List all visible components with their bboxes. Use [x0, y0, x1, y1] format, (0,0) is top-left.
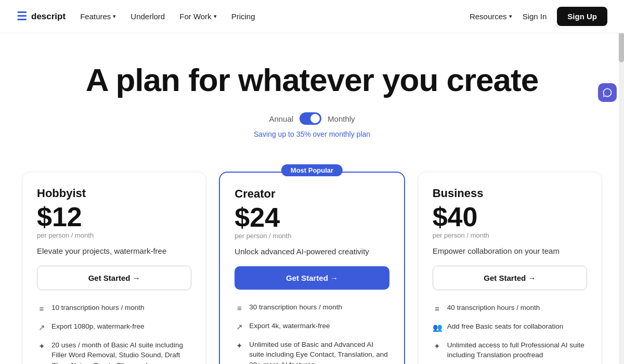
business-card: Business $40 per person / month Empower …: [418, 172, 602, 364]
nav-pricing[interactable]: Pricing: [231, 12, 255, 21]
ai-icon: ✦: [235, 340, 244, 352]
billing-toggle: Annual Monthly: [10, 112, 614, 125]
hobbyist-features: ≡ 10 transcription hours / month ↗ Expor…: [37, 303, 191, 364]
creator-tagline: Unlock advanced AI-powered creativity: [235, 247, 389, 256]
nav-right: Resources ▾ Sign In Sign Up: [470, 7, 607, 26]
billing-toggle-switch[interactable]: [300, 112, 321, 125]
chevron-down-icon: ▾: [509, 13, 512, 20]
logo-icon: ☰: [17, 10, 27, 23]
export-icon: ↗: [235, 321, 244, 333]
nav-left: ☰ descript Features ▾ Underlord For Work…: [17, 10, 255, 23]
hobbyist-tagline: Elevate your projects, watermark-free: [37, 246, 191, 255]
hobbyist-period: per person / month: [37, 231, 191, 239]
list-item: ↗ Export 4k, watermark-free: [235, 321, 389, 333]
hobbyist-name: Hobbyist: [37, 187, 191, 200]
pricing-cards: Hobbyist $12 per person / month Elevate …: [5, 172, 619, 364]
list-item: ≡ 10 transcription hours / month: [37, 303, 191, 315]
creator-period: per person / month: [235, 232, 389, 240]
collab-icon: 👥: [433, 322, 442, 333]
most-popular-badge: Most Popular: [281, 164, 343, 176]
creator-features: ≡ 30 transcription hours / month ↗ Expor…: [235, 302, 389, 364]
savings-text: Saving up to 35% over monthly plan: [10, 130, 614, 138]
scrollbar[interactable]: [619, 0, 624, 364]
transcription-icon: ≡: [433, 303, 442, 315]
list-item: ✦ Unlimited access to full Professional …: [433, 340, 587, 360]
chevron-down-icon: ▾: [214, 13, 217, 20]
business-features: ≡ 40 transcription hours / month 👥 Add f…: [433, 303, 587, 364]
list-item: ✦ Unlimited use of Basic and Advanced AI…: [235, 340, 389, 364]
list-item: ✦ 20 uses / month of Basic AI suite incl…: [37, 340, 191, 364]
creator-card: Most Popular Creator $24 per person / mo…: [219, 172, 405, 364]
nav-underlord[interactable]: Underlord: [131, 12, 165, 21]
chat-icon: [602, 87, 613, 98]
list-item: 👥 Add free Basic seats for collaboration: [433, 321, 587, 333]
hero-title: A plan for whatever you create: [10, 62, 614, 98]
annual-label: Annual: [269, 114, 293, 123]
hero-section: A plan for whatever you create Annual Mo…: [0, 33, 624, 172]
logo[interactable]: ☰ descript: [17, 10, 66, 23]
creator-price: $24: [235, 204, 389, 231]
navbar: ☰ descript Features ▾ Underlord For Work…: [0, 0, 624, 33]
ai-icon: ✦: [37, 341, 46, 352]
business-price: $40: [433, 203, 587, 230]
list-item: ≡ 30 transcription hours / month: [235, 302, 389, 314]
logo-text: descript: [31, 11, 66, 22]
creator-cta[interactable]: Get Started →: [235, 266, 389, 290]
hobbyist-price: $12: [37, 203, 191, 230]
export-icon: ↗: [37, 322, 46, 333]
signup-button[interactable]: Sign Up: [557, 7, 607, 26]
business-tagline: Empower collaboration on your team: [433, 246, 587, 255]
hobbyist-card: Hobbyist $12 per person / month Elevate …: [22, 172, 206, 364]
business-period: per person / month: [433, 231, 587, 239]
monthly-label: Monthly: [328, 114, 355, 123]
business-name: Business: [433, 187, 587, 200]
transcription-icon: ≡: [37, 303, 46, 315]
list-item: ≡ 40 transcription hours / month: [433, 303, 587, 315]
nav-resources[interactable]: Resources ▾: [470, 12, 512, 21]
business-cta[interactable]: Get Started →: [433, 266, 587, 290]
creator-name: Creator: [235, 187, 389, 201]
signin-button[interactable]: Sign In: [523, 12, 547, 21]
list-item: ↗ Export 1080p, watermark-free: [37, 321, 191, 333]
hobbyist-cta[interactable]: Get Started →: [37, 266, 191, 290]
transcription-icon: ≡: [235, 303, 244, 314]
nav-for-work[interactable]: For Work ▾: [179, 12, 216, 21]
nav-features[interactable]: Features ▾: [80, 12, 116, 21]
ai-icon: ✦: [433, 341, 442, 352]
chat-widget[interactable]: [598, 83, 617, 102]
chevron-down-icon: ▾: [113, 13, 116, 20]
